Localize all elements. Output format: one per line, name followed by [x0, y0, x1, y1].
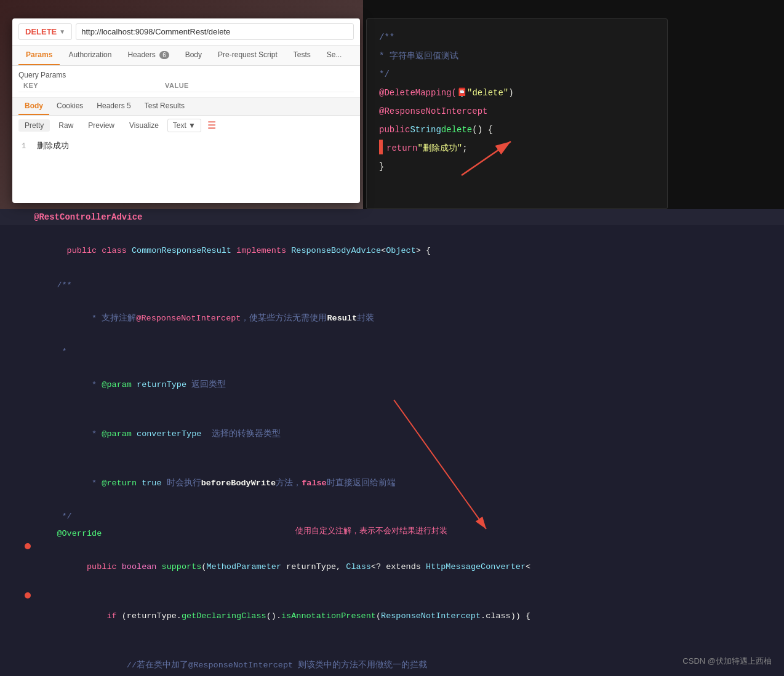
javadoc-line-1: * 支持注解@ResponseNotIntercept，使某些方法无需使用Res…	[0, 294, 784, 343]
param-resp: (	[376, 611, 381, 621]
tab-tests[interactable]: Tests	[286, 46, 318, 65]
cmt-blank: *	[37, 347, 67, 356]
fmt-visualize[interactable]: Visualize	[123, 119, 165, 132]
before-body-write: beforeBodyWrite	[201, 479, 276, 488]
emoji-icon: 📮	[457, 84, 467, 101]
public-kw-3: public	[67, 562, 122, 571]
cmt-return-type-desc: 返回类型	[186, 380, 226, 389]
javadoc-content-1: * 支持注解@ResponseNotIntercept，使某些方法无需使用Res…	[34, 295, 784, 343]
override-ann: @Override	[37, 529, 102, 538]
javadoc-param-return-content: * @param returnType 返回类型	[34, 361, 784, 409]
cmt-param-2: *	[67, 429, 102, 439]
tab-body[interactable]: Body	[178, 46, 209, 65]
cmt-1: /**	[37, 280, 72, 290]
javadoc-blank: *	[34, 344, 784, 360]
cmt-return-1: *	[67, 479, 102, 488]
indent-bar	[379, 140, 383, 154]
tab-pre-request[interactable]: Pre-request Script	[210, 46, 285, 65]
text-dropdown[interactable]: Text ▼	[167, 119, 201, 132]
annotation-container: @Override 使用自定义注解，表示不会对结果进行封装	[0, 525, 784, 543]
class-cls: Class	[346, 562, 371, 571]
cmt-rest-2: 封装	[357, 314, 374, 323]
interface-name: ResponseBodyAdvice	[291, 246, 381, 255]
code-line-response-not-intercept: @ResponseNotIntercept	[379, 102, 655, 121]
javadoc-param-return: * @param returnType 返回类型	[0, 360, 784, 410]
code-line-comment-end: */	[379, 65, 655, 84]
implements-kw: implements	[236, 246, 291, 255]
param-space: returnType,	[281, 562, 346, 571]
javadoc-blank-line: *	[0, 343, 784, 360]
supports-fn: supports	[162, 562, 202, 571]
fmt-preview[interactable]: Preview	[82, 119, 121, 132]
cmt-rest-1: ，使某些方法无需使用	[241, 314, 327, 323]
true-val: true	[142, 479, 161, 488]
method-select[interactable]: DELETE ▼	[18, 23, 72, 40]
rest-controller-advice: @RestControllerAdvice	[34, 212, 142, 222]
javadoc-return: * @return true 时会执行beforeBodyWrite方法，fal…	[0, 459, 784, 508]
fmt-pretty[interactable]: Pretty	[18, 119, 50, 132]
response-content: 删除成功	[37, 141, 69, 151]
resp-cls-1: ResponseNotIntercept	[381, 611, 481, 621]
javadoc-end: */	[34, 509, 784, 525]
class-decl: public class CommonResponseResult implem…	[34, 227, 784, 275]
delete-fn: delete	[441, 121, 472, 138]
dot-class-1: .class)) {	[481, 611, 530, 621]
main-editor: @RestControllerAdvice public class Commo…	[0, 209, 784, 676]
get-declaring-fn: getDeclaringClass	[182, 611, 266, 621]
tab-authorization[interactable]: Authorization	[61, 46, 119, 65]
public-kw-2: public	[67, 246, 102, 255]
code-line-close: }	[379, 157, 655, 176]
return-type-param: returnType	[137, 380, 186, 389]
supports-content: public boolean supports(MethodParameter …	[34, 543, 784, 591]
query-params-section: Query Params KEY VALUE	[12, 66, 360, 98]
javadoc-return-content: * @return true 时会执行beforeBodyWrite方法，fal…	[34, 459, 784, 507]
cmt-return-3: 时会执行	[162, 479, 201, 488]
cmt-star-1: * 支持注解	[67, 314, 137, 323]
if-kw-1: if	[67, 611, 122, 621]
return-val: "删除成功"	[417, 140, 462, 157]
generic-end: > {	[416, 246, 431, 255]
params-table: KEY VALUE	[18, 79, 354, 92]
class-line: public class CommonResponseResult implem…	[0, 225, 784, 277]
http-converter-cls: HttpMessageConverter	[426, 562, 526, 571]
parens: () {	[472, 121, 493, 138]
rtab-body[interactable]: Body	[18, 98, 49, 115]
javadoc-param-converter: * @param converterType 选择的转换器类型	[0, 410, 784, 459]
rtab-headers[interactable]: Headers 5	[90, 98, 137, 115]
csdn-watermark: CSDN @伏加特遇上西柚	[682, 656, 772, 667]
method-label: DELETE	[25, 27, 57, 36]
is-ann-present-fn: isAnnotationPresent	[281, 611, 376, 621]
tab-params[interactable]: Params	[18, 46, 60, 65]
tab-settings[interactable]: Se...	[319, 46, 350, 65]
false-val: false	[302, 479, 327, 488]
comment-start: /**	[379, 29, 394, 46]
rtab-test-results[interactable]: Test Results	[138, 98, 191, 115]
cmt-return-2	[137, 479, 142, 488]
code-line-public-string: public String delete() {	[379, 121, 655, 139]
object-cls: Object	[386, 246, 416, 255]
wrap-icon[interactable]: ☰	[207, 119, 216, 132]
code-panel-top: /** * 字符串返回值测试 */ @DeleteMapping(📮"delet…	[366, 18, 668, 209]
cmt-end: */	[37, 512, 72, 521]
url-input[interactable]	[76, 23, 354, 40]
cmt-param-1: *	[67, 380, 102, 389]
tab-headers[interactable]: Headers 6	[120, 46, 176, 65]
fmt-raw[interactable]: Raw	[52, 119, 79, 132]
generic-q: <? extends	[371, 562, 426, 571]
code-line-comment-1: * 字符串返回值测试	[379, 47, 655, 65]
gi-10	[22, 592, 34, 598]
comment-class-content: //若在类中加了@ResponseNotIntercept 则该类中的方法不用做…	[34, 642, 784, 676]
generic: <	[381, 246, 386, 255]
inline-annotation-label: 使用自定义注解，表示不会对结果进行封装	[295, 525, 447, 536]
rtab-cookies[interactable]: Cookies	[50, 98, 89, 115]
method-arrow: ▼	[59, 28, 65, 35]
cmt-class: //若在类中加了@ResponseNotIntercept 则该类中的方法不用做…	[67, 661, 428, 670]
result-bold: Result	[327, 314, 357, 323]
response-headers-badge: 5	[127, 101, 131, 110]
code-line-comment-start: /**	[379, 28, 655, 47]
empty-parens: ().	[266, 611, 281, 621]
ann-highlight: @ResponseNotIntercept	[136, 314, 241, 323]
dropdown-arrow: ▼	[188, 121, 196, 130]
response-not-intercept-ann: @ResponseNotIntercept	[379, 103, 487, 120]
rest-controller-advice-line: @RestControllerAdvice	[0, 209, 784, 225]
